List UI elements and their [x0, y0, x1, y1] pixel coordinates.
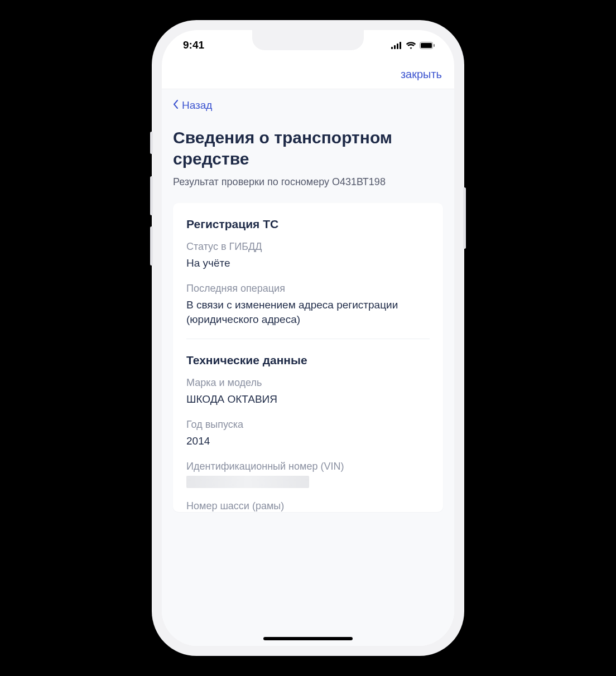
svg-rect-2 [397, 44, 398, 49]
chassis-field: Номер шасси (рамы) [186, 500, 430, 512]
phone-silence-switch [150, 132, 153, 154]
page-title: Сведения о транспортном средстве [173, 127, 443, 169]
back-label: Назад [182, 99, 212, 112]
phone-volume-down-button [150, 226, 153, 265]
wifi-icon [406, 42, 416, 49]
year-value: 2014 [186, 434, 430, 448]
registration-last-op-label: Последняя операция [186, 283, 430, 294]
info-card: Регистрация ТС Статус в ГИБДД На учёте П… [173, 203, 443, 511]
make-model-value: ШКОДА ОКТАВИЯ [186, 392, 430, 407]
home-indicator[interactable] [263, 637, 353, 640]
phone-power-button [463, 187, 466, 249]
registration-last-op-value: В связи с изменением адреса регистрации … [186, 298, 430, 326]
svg-rect-6 [434, 44, 435, 47]
vin-field: Идентификационный номер (VIN) [186, 461, 430, 488]
svg-rect-0 [391, 47, 393, 49]
registration-status-label: Статус в ГИБДД [186, 241, 430, 253]
status-time: 9:41 [183, 39, 204, 51]
year-label: Год выпуска [186, 419, 430, 431]
status-icons [391, 42, 435, 49]
svg-rect-5 [421, 43, 432, 48]
year-field: Год выпуска 2014 [186, 419, 430, 448]
nav-bar: закрыть [162, 60, 454, 89]
close-button[interactable]: закрыть [401, 68, 442, 81]
svg-rect-1 [394, 45, 396, 49]
svg-rect-3 [400, 42, 401, 49]
registration-status-value: На учёте [186, 256, 430, 271]
registration-status-field: Статус в ГИБДД На учёте [186, 241, 430, 271]
registration-section-title: Регистрация ТС [186, 218, 430, 231]
vin-label: Идентификационный номер (VIN) [186, 461, 430, 472]
battery-icon [420, 42, 435, 49]
section-divider [186, 339, 430, 339]
technical-section-title: Технические данные [186, 354, 430, 367]
chevron-left-icon [173, 99, 179, 112]
cellular-signal-icon [391, 42, 402, 49]
back-button[interactable]: Назад [173, 99, 443, 112]
phone-volume-up-button [150, 176, 153, 215]
make-model-field: Марка и модель ШКОДА ОКТАВИЯ [186, 377, 430, 407]
chassis-label: Номер шасси (рамы) [186, 500, 430, 512]
page-subtitle: Результат проверки по госномеру О431ВТ19… [173, 176, 443, 189]
vin-value-redacted [186, 476, 309, 488]
content-area[interactable]: Назад Сведения о транспортном средстве Р… [162, 89, 454, 646]
phone-screen: 9:41 закрыть Назад [162, 30, 454, 646]
phone-frame: 9:41 закрыть Назад [152, 20, 464, 656]
make-model-label: Марка и модель [186, 377, 430, 389]
registration-last-op-field: Последняя операция В связи с изменением … [186, 283, 430, 326]
phone-notch [252, 30, 364, 50]
